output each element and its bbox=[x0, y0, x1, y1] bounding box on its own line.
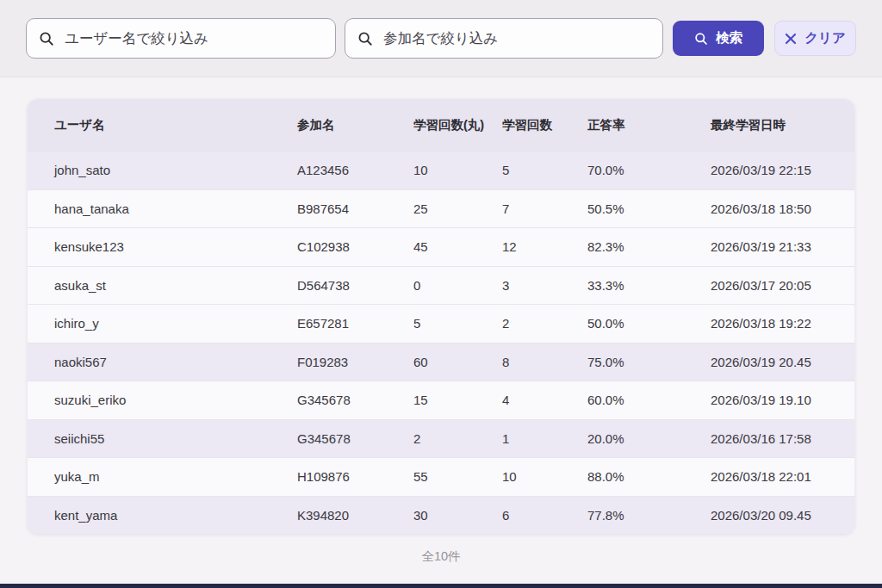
clear-button[interactable]: クリア bbox=[774, 21, 856, 56]
table-row: hana_tanaka B987654 25 7 50.5% 2026/03/1… bbox=[28, 189, 854, 228]
cell-last-study: 2026/03/20 09.45 bbox=[711, 508, 854, 523]
cell-count: 12 bbox=[502, 239, 587, 254]
cell-rate: 50.5% bbox=[587, 201, 711, 216]
column-header-joinname: 参加名 bbox=[297, 117, 413, 133]
cell-joinname: C102938 bbox=[297, 239, 413, 254]
column-header-count-total: 学習回数(丸) bbox=[413, 117, 502, 133]
cell-joinname: G345678 bbox=[297, 431, 413, 446]
table-row: yuka_m H109876 55 10 88.0% 2026/03/18 22… bbox=[28, 457, 854, 496]
cell-count-total: 2 bbox=[413, 431, 502, 446]
cell-last-study: 2026/03/17 20:05 bbox=[711, 278, 854, 293]
cell-last-study: 2026/03/19 19.10 bbox=[711, 393, 854, 407]
cell-username: john_sato bbox=[28, 163, 297, 177]
cell-username: asuka_st bbox=[28, 278, 297, 293]
cell-last-study: 2026/03/18 19:22 bbox=[711, 316, 854, 331]
cell-count: 8 bbox=[502, 355, 587, 369]
cell-count: 1 bbox=[502, 431, 587, 446]
cell-last-study: 2026/03/19 21:33 bbox=[711, 239, 854, 254]
cell-username: suzuki_eriko bbox=[28, 393, 297, 407]
cell-rate: 20.0% bbox=[587, 431, 711, 446]
cell-rate: 77.8% bbox=[587, 508, 711, 523]
cell-joinname: E657281 bbox=[297, 316, 413, 331]
table-row: naoki567 F019283 60 8 75.0% 2026/03/19 2… bbox=[28, 343, 854, 381]
cell-last-study: 2026/03/18 22:01 bbox=[711, 469, 854, 484]
cell-joinname: A123456 bbox=[297, 163, 413, 177]
search-icon bbox=[694, 32, 708, 46]
cell-last-study: 2026/03/19 20.45 bbox=[711, 355, 854, 369]
username-filter-field[interactable] bbox=[26, 18, 336, 59]
cell-username: ichiro_y bbox=[28, 316, 297, 331]
joinname-filter-field[interactable] bbox=[345, 18, 663, 59]
cell-rate: 50.0% bbox=[587, 316, 711, 331]
cell-count-total: 15 bbox=[413, 393, 502, 407]
cell-rate: 75.0% bbox=[587, 355, 711, 369]
cell-count: 7 bbox=[502, 201, 587, 216]
cell-joinname: G345678 bbox=[297, 393, 413, 407]
cell-count: 10 bbox=[502, 469, 587, 484]
cell-username: seiichi55 bbox=[28, 431, 297, 446]
cell-last-study: 2026/03/19 22:15 bbox=[711, 163, 854, 177]
cell-username: yuka_m bbox=[28, 469, 297, 484]
cell-rate: 82.3% bbox=[587, 239, 711, 254]
cell-rate: 60.0% bbox=[587, 393, 711, 407]
cell-joinname: B987654 bbox=[297, 201, 413, 216]
cell-count: 3 bbox=[502, 278, 587, 293]
clear-button-label: クリア bbox=[804, 29, 846, 47]
cell-count-total: 25 bbox=[413, 201, 502, 216]
cell-count-total: 45 bbox=[413, 239, 502, 254]
results-table: ユーザ名 参加名 学習回数(丸) 学習回数 正答率 最終学習日時 john_sa… bbox=[28, 99, 854, 534]
cell-username: naoki567 bbox=[28, 355, 297, 369]
table-row: seiichi55 G345678 2 1 20.0% 2026/03/16 1… bbox=[28, 419, 854, 458]
search-button[interactable]: 検索 bbox=[673, 21, 764, 56]
cell-rate: 33.3% bbox=[587, 278, 711, 293]
table-header-row: ユーザ名 参加名 学習回数(丸) 学習回数 正答率 最終学習日時 bbox=[28, 99, 854, 151]
search-icon bbox=[39, 31, 54, 46]
column-header-username: ユーザ名 bbox=[28, 117, 297, 133]
table-row: kent_yama K394820 30 6 77.8% 2026/03/20 … bbox=[28, 496, 854, 535]
table-body: john_sato A123456 10 5 70.0% 2026/03/19 … bbox=[28, 151, 854, 534]
table-row: suzuki_eriko G345678 15 4 60.0% 2026/03/… bbox=[28, 381, 854, 419]
search-button-label: 検索 bbox=[716, 29, 742, 47]
table-row: kensuke123 C102938 45 12 82.3% 2026/03/1… bbox=[28, 227, 854, 266]
cell-count-total: 0 bbox=[413, 278, 502, 293]
cell-username: kensuke123 bbox=[28, 239, 297, 254]
cell-count: 6 bbox=[502, 508, 587, 523]
cell-last-study: 2026/03/18 18:50 bbox=[711, 201, 854, 216]
search-icon bbox=[357, 31, 373, 46]
cell-count-total: 55 bbox=[413, 469, 502, 484]
cell-joinname: K394820 bbox=[297, 508, 413, 523]
total-count-label: 全10件 bbox=[0, 548, 882, 565]
cell-joinname: H109876 bbox=[297, 469, 413, 484]
cell-last-study: 2026/03/16 17:58 bbox=[711, 431, 854, 446]
cell-count: 5 bbox=[502, 163, 587, 177]
cell-username: kent_yama bbox=[28, 508, 297, 523]
cell-joinname: F019283 bbox=[297, 355, 413, 369]
cell-count: 4 bbox=[502, 393, 587, 407]
column-header-rate: 正答率 bbox=[587, 117, 711, 133]
cell-count-total: 5 bbox=[413, 316, 502, 331]
cell-count-total: 10 bbox=[413, 163, 502, 177]
filter-bar: 検索 クリア bbox=[0, 0, 882, 77]
cell-rate: 70.0% bbox=[587, 163, 711, 177]
cell-count-total: 30 bbox=[413, 508, 502, 523]
cell-rate: 88.0% bbox=[587, 469, 711, 484]
column-header-last-study: 最終学習日時 bbox=[711, 117, 854, 133]
joinname-filter-input[interactable] bbox=[383, 30, 650, 46]
cell-count-total: 60 bbox=[413, 355, 502, 369]
cell-count: 2 bbox=[502, 316, 587, 331]
cell-username: hana_tanaka bbox=[28, 201, 297, 216]
column-header-count: 学習回数 bbox=[502, 117, 587, 133]
bottom-footer-bar bbox=[0, 584, 882, 588]
table-row: john_sato A123456 10 5 70.0% 2026/03/19 … bbox=[28, 151, 854, 189]
table-row: asuka_st D564738 0 3 33.3% 2026/03/17 20… bbox=[28, 266, 854, 305]
table-row: ichiro_y E657281 5 2 50.0% 2026/03/18 19… bbox=[28, 304, 854, 343]
cell-joinname: D564738 bbox=[297, 278, 413, 293]
username-filter-input[interactable] bbox=[65, 30, 323, 46]
close-icon bbox=[785, 33, 797, 45]
